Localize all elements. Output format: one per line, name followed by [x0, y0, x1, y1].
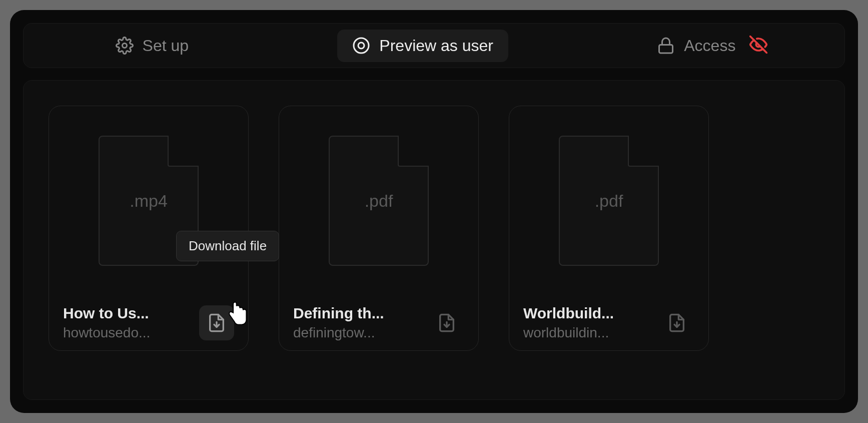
- access-tab[interactable]: Access: [642, 30, 740, 62]
- download-button[interactable]: [429, 305, 464, 340]
- file-footer: Defining th... definingtow...: [279, 295, 478, 350]
- svg-point-2: [358, 43, 364, 49]
- document-icon: .pdf: [559, 136, 659, 266]
- access-label: Access: [684, 37, 735, 55]
- file-card-1[interactable]: .pdf Defining th... definingtow...: [279, 106, 479, 351]
- document-icon: .pdf: [329, 136, 429, 266]
- access-group: Access: [642, 30, 767, 62]
- file-title: Worldbuild...: [523, 305, 614, 322]
- svg-point-0: [122, 44, 127, 48]
- svg-point-1: [354, 38, 369, 53]
- file-meta: How to Us... howtousedo...: [63, 305, 150, 341]
- download-file-icon: [207, 313, 227, 333]
- file-meta: Defining th... definingtow...: [293, 305, 384, 341]
- download-tooltip: Download file: [176, 231, 279, 261]
- file-preview: .pdf: [279, 106, 478, 295]
- gear-icon: [116, 37, 134, 55]
- download-file-icon: [437, 313, 457, 333]
- file-title: Defining th...: [293, 305, 384, 322]
- file-footer: How to Us... howtousedo...: [49, 295, 248, 350]
- hidden-icon: [749, 36, 767, 56]
- file-subtitle: definingtow...: [293, 325, 384, 341]
- file-title: How to Us...: [63, 305, 150, 322]
- eye-target-icon: [352, 37, 370, 55]
- app-window: Set up Preview as user Access: [10, 10, 858, 413]
- download-file-icon: [667, 313, 687, 333]
- file-card-2[interactable]: .pdf Worldbuild... worldbuildin...: [509, 106, 709, 351]
- lock-icon: [657, 37, 675, 55]
- file-subtitle: worldbuildin...: [523, 325, 614, 341]
- file-meta: Worldbuild... worldbuildin...: [523, 305, 614, 341]
- setup-label: Set up: [143, 37, 189, 55]
- file-extension: .mp4: [130, 191, 168, 211]
- file-extension: .pdf: [365, 191, 393, 211]
- download-button[interactable]: [199, 305, 234, 340]
- toolbar: Set up Preview as user Access: [23, 23, 845, 68]
- file-footer: Worldbuild... worldbuildin...: [509, 295, 708, 350]
- file-preview: .pdf: [509, 106, 708, 295]
- svg-rect-3: [659, 45, 673, 54]
- preview-tab[interactable]: Preview as user: [337, 30, 508, 62]
- preview-label: Preview as user: [379, 37, 493, 55]
- file-extension: .pdf: [595, 191, 623, 211]
- download-button[interactable]: [659, 305, 694, 340]
- file-card-0[interactable]: .mp4 How to Us... howtousedo...: [49, 106, 249, 351]
- file-subtitle: howtousedo...: [63, 325, 150, 341]
- setup-tab[interactable]: Set up: [101, 30, 204, 62]
- content-area: .mp4 How to Us... howtousedo...: [23, 80, 845, 400]
- file-preview: .mp4: [49, 106, 248, 295]
